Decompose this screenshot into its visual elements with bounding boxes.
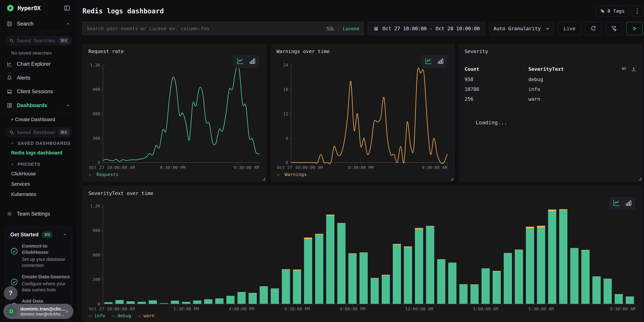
chart-type-toggle (233, 55, 259, 68)
group-label: SAVED DASHBOARDS (18, 141, 70, 146)
sidebar-item-redis-logs-dashboard[interactable]: Redis logs dashboard (0, 148, 77, 158)
chart-legend: — Requests (89, 172, 118, 177)
legend-item-info[interactable]: — info (89, 313, 105, 318)
download-icon[interactable] (631, 66, 637, 72)
panel-resize-handle[interactable] (262, 178, 265, 180)
svg-text:600: 600 (92, 112, 100, 116)
toolbar: SQL | Lucene Oct 27 10:00:00 - Oct 28 10… (82, 22, 643, 35)
sidebar-item-alerts[interactable]: Alerts (0, 71, 77, 85)
refresh-button[interactable] (585, 22, 602, 35)
user-account-button[interactable]: D dominic.tran@clic... dominic.tran@clic… (4, 304, 73, 319)
task-create-data-sources[interactable]: Create Data Sources Configure where your… (10, 274, 67, 293)
bar-chart-toggle-icon[interactable] (249, 58, 256, 66)
date-range-picker[interactable]: Oct 27 10:00:00 - Oct 28 10:00:00 (368, 22, 485, 35)
saved-searches-search[interactable]: ⌘K (6, 36, 72, 45)
event-search: SQL | Lucene (82, 22, 364, 35)
tag-icon (600, 8, 605, 14)
wrap-columns-icon[interactable] (621, 66, 627, 72)
svg-text:3:00:00 AM: 3:00:00 AM (473, 306, 498, 311)
svg-text:9:30:00 AM: 9:30:00 AM (422, 165, 447, 170)
legend-item-requests[interactable]: — Requests (89, 172, 118, 177)
play-icon (632, 26, 638, 32)
svg-text:24: 24 (283, 63, 288, 68)
svg-text:600: 600 (92, 252, 100, 258)
chart-type-toggle (609, 197, 636, 210)
svg-text:18: 18 (283, 87, 288, 92)
chevron-up-icon (63, 232, 67, 237)
svg-text:900: 900 (92, 87, 100, 92)
sidebar-item-dashboards[interactable]: Dashboards (0, 98, 77, 112)
dashboards-icon (6, 102, 12, 108)
chart-title: Severity (464, 48, 637, 54)
legend-item-debug[interactable]: — debug (112, 313, 131, 318)
saved-dashboards-input[interactable] (17, 130, 56, 135)
get-started-header[interactable]: Get Started 3/3 (10, 232, 67, 238)
sidebar-item-team-settings[interactable]: Team Settings (0, 207, 77, 221)
table-row[interactable]: 958 debug (464, 74, 637, 84)
request-rate-chart[interactable]: 1.2K9006003000Oct 27 10:00:00 AM8:30:00 … (88, 63, 262, 171)
task-desc: Configure where your data comes from (22, 281, 69, 293)
kebab-icon (637, 8, 638, 9)
sidebar: HyperDX Search ⌘K No saved searches Char… (0, 0, 77, 322)
panel-resize-handle[interactable] (450, 178, 453, 180)
collapse-sidebar-button[interactable] (64, 5, 70, 12)
presets-group-header[interactable]: PRESETS (0, 158, 77, 168)
panel-severity-over-time: SeverityText over time 1.2K9006003000Oct… (82, 186, 643, 322)
get-started-title: Get Started (10, 232, 38, 238)
run-query-button[interactable] (626, 22, 643, 35)
dashboard-menu-button[interactable] (632, 6, 643, 16)
search-section-icon (6, 21, 12, 27)
line-chart-toggle-icon[interactable] (236, 58, 244, 66)
live-button[interactable]: Live (558, 22, 581, 35)
sql-toggle[interactable]: SQL (326, 26, 335, 31)
filter-button[interactable] (606, 22, 622, 35)
check-circle-icon (10, 278, 18, 286)
lucene-toggle[interactable]: Lucene (343, 26, 359, 31)
search-section-label: Search (17, 21, 62, 27)
tags-button[interactable]: 0 Tags (596, 6, 629, 16)
legend-item-warnings[interactable]: — Warnings (277, 172, 307, 177)
severity-over-time-chart[interactable]: 1.2K9006003000Oct 27 10:00:00 AM1:30:00 … (88, 204, 638, 313)
shortcut-badge: ⌘K (58, 38, 69, 44)
saved-dashboards-group-header[interactable]: SAVED DASHBOARDS (0, 137, 77, 148)
sidebar-item-chart-explorer[interactable]: Chart Explorer (0, 57, 77, 71)
calendar-icon (373, 26, 379, 31)
column-header-severitytext[interactable]: SeverityText (528, 66, 621, 72)
sidebar-item-services[interactable]: Services (0, 179, 77, 189)
table-row[interactable]: 256 warn (464, 94, 637, 104)
filter-edit-icon (611, 25, 617, 32)
column-header-count[interactable]: Count (464, 66, 524, 72)
table-row[interactable]: 18786 info (464, 84, 637, 94)
panel-toggle-icon (64, 5, 70, 12)
warnings-chart[interactable]: 24181260Oct 27 10:00:00 AM8:30:00 PM9:30… (276, 63, 450, 171)
column-divider[interactable] (524, 65, 524, 73)
task-connect-clickhouse[interactable]: Connect to ClickHouse Set up your databa… (10, 243, 67, 268)
bar-chart-toggle-icon[interactable] (626, 200, 632, 207)
bar-chart-toggle-icon[interactable] (438, 58, 444, 66)
create-dashboard-button[interactable]: + Create Dashboard (0, 112, 77, 125)
line-chart-toggle-icon[interactable] (613, 200, 620, 207)
chart-explorer-icon (6, 61, 12, 67)
laptop-icon (6, 88, 12, 94)
search-icon (9, 130, 14, 135)
sidebar-item-search[interactable]: Search (0, 16, 77, 32)
granularity-select[interactable]: Auto Granularity (490, 22, 554, 35)
sidebar-item-kubernetes[interactable]: Kubernetes (0, 189, 77, 200)
sidebar-item-clickhouse[interactable]: ClickHouse (0, 168, 77, 179)
saved-dashboards-search[interactable]: ⌘K (6, 128, 72, 137)
panel-resize-handle[interactable] (638, 178, 641, 180)
svg-text:0: 0 (98, 160, 100, 165)
event-search-input[interactable] (87, 26, 323, 32)
saved-searches-input[interactable] (17, 38, 56, 43)
svg-text:300: 300 (92, 277, 100, 282)
svg-text:900: 900 (92, 228, 100, 233)
shortcut-badge: ⌘K (58, 129, 69, 136)
legend-item-warn[interactable]: — warn (138, 313, 154, 318)
sidebar-item-client-sessions[interactable]: Client Sessions (0, 85, 77, 99)
line-chart-toggle-icon[interactable] (425, 58, 432, 66)
svg-text:12:00:00 AM: 12:00:00 AM (405, 306, 433, 311)
panel-warnings: Warnings over time 24181260Oct 27 10:00:… (270, 44, 454, 182)
avatar: D (6, 306, 17, 317)
chart-title: Request rate (88, 48, 260, 54)
help-button[interactable]: ? (4, 286, 18, 300)
